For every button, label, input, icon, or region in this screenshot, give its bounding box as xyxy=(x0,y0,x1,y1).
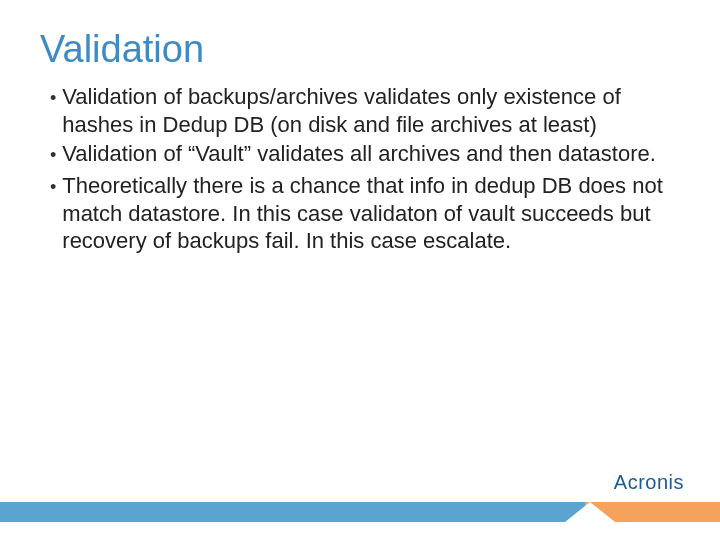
bullet-text: Validation of backups/archives validates… xyxy=(62,83,680,138)
bullet-dot-icon: • xyxy=(50,172,56,202)
footer-bar-blue xyxy=(0,502,585,522)
bullet-dot-icon: • xyxy=(50,140,56,170)
bullet-item: • Validation of backups/archives validat… xyxy=(50,83,680,138)
slide-title: Validation xyxy=(40,28,680,71)
bullet-item: • Validation of “Vault” validates all ar… xyxy=(50,140,680,170)
footer-triangle-icon xyxy=(565,502,615,522)
brand-logo: Acronis xyxy=(614,471,684,494)
slide: Validation • Validation of backups/archi… xyxy=(0,0,720,540)
bullet-text: Theoretically there is a chance that inf… xyxy=(62,172,680,255)
slide-content: • Validation of backups/archives validat… xyxy=(40,83,680,255)
bullet-item: • Theoretically there is a chance that i… xyxy=(50,172,680,255)
footer-bar xyxy=(0,492,720,522)
bullet-dot-icon: • xyxy=(50,83,56,113)
bullet-text: Validation of “Vault” validates all arch… xyxy=(62,140,656,168)
